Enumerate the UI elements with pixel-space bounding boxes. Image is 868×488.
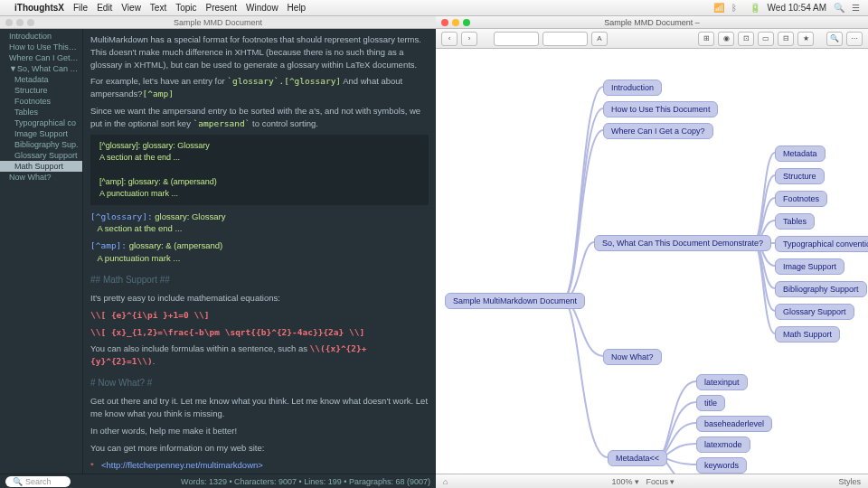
node[interactable]: latexinput <box>696 374 748 390</box>
para: You can also include formulas within a s… <box>90 343 429 368</box>
node[interactable]: Image Support <box>775 258 844 275</box>
para: You can get more information on my web s… <box>90 442 429 455</box>
code-block: [^glossary]: glossary: Glossary A sectio… <box>90 135 429 204</box>
toc-item[interactable]: Footnotes <box>0 96 82 107</box>
mindmap-canvas[interactable]: Sample MultiMarkdown Document Introducti… <box>436 49 868 474</box>
zoom-icon[interactable] <box>27 19 34 26</box>
tool-button[interactable]: ⊞ <box>698 32 714 46</box>
list-item: <http://fletcherpenney.net/multimarkdown… <box>90 459 429 472</box>
node[interactable]: How to Use This Document <box>603 101 718 117</box>
menu-text[interactable]: Text <box>150 3 166 13</box>
menu-file[interactable]: File <box>73 3 88 13</box>
heading-math: ## Math Support ## <box>90 274 429 287</box>
toc-item[interactable]: Introduction <box>0 31 82 42</box>
font-button[interactable]: A <box>591 32 608 46</box>
para: MultiMarkdown has a special format for f… <box>90 33 429 70</box>
toc-item[interactable]: Typographical co <box>0 117 82 128</box>
toc-item[interactable]: Image Support <box>0 128 82 139</box>
search-input[interactable]: 🔍Search <box>5 476 71 487</box>
toc-item[interactable]: Metadata <box>0 74 82 85</box>
node-root[interactable]: Sample MultiMarkdown Document <box>445 293 585 309</box>
toc-item[interactable]: ▼So, What Can This... <box>0 63 82 74</box>
node[interactable]: baseheaderlevel <box>696 416 772 432</box>
para: Get out there and try it. Let me know wh… <box>90 395 429 420</box>
editor-titlebar: Sample MMD Document <box>0 16 436 29</box>
toc-item[interactable]: How to Use This Do <box>0 42 82 52</box>
menu-view[interactable]: View <box>121 3 141 13</box>
menu-window[interactable]: Window <box>246 3 278 13</box>
para: In other words, help me make it better! <box>90 425 429 437</box>
node[interactable]: Metadata<< <box>608 450 667 466</box>
node[interactable]: Where Can I Get a Copy? <box>603 123 713 139</box>
notification-icon[interactable]: ☰ <box>852 3 863 14</box>
zoom-label[interactable]: 100% <box>611 477 632 486</box>
menu-help[interactable]: Help <box>288 3 307 13</box>
node[interactable]: Now What? <box>603 349 662 365</box>
macos-menubar: iThoughtsX File Edit View Text Topic Pre… <box>0 0 868 16</box>
node[interactable]: Structure <box>775 168 825 184</box>
editor-title: Sample MMD Document <box>174 18 262 27</box>
para: Since we want the ampersand entry to be … <box>90 105 429 130</box>
search-button[interactable]: 🔍 <box>826 32 843 46</box>
equation: \\[ {e}^{i\pi }+1=0 \\] <box>90 309 429 322</box>
node[interactable]: latexmode <box>696 436 750 453</box>
editor-content[interactable]: MultiMarkdown has a special format for f… <box>83 29 436 474</box>
battery-icon[interactable]: 🔋 <box>750 3 760 14</box>
tool-button[interactable]: ◉ <box>718 32 734 46</box>
mindmap-window: Sample MMD Document – ‹ › A ⊞ ◉ ⊡ ▭ ⊟ ★ … <box>436 16 868 488</box>
close-icon[interactable] <box>5 19 13 26</box>
minimize-icon[interactable] <box>16 19 24 26</box>
editor-window: Sample MMD Document IntroductionHow to U… <box>0 16 436 488</box>
bluetooth-icon[interactable]: ᛒ <box>731 3 742 14</box>
node[interactable]: title <box>696 395 725 411</box>
menu-topic[interactable]: Topic <box>175 3 196 13</box>
tool-button[interactable]: ★ <box>797 32 814 46</box>
app-name[interactable]: iThoughtsX <box>14 3 64 13</box>
tool-button[interactable]: ⊟ <box>778 32 794 46</box>
toc-item[interactable]: Bibliography Sup. <box>0 139 82 150</box>
mindmap-title: Sample MMD Document – <box>604 18 700 27</box>
editor-toc: IntroductionHow to Use This DoWhere Can … <box>0 29 83 474</box>
forward-button[interactable]: › <box>461 32 477 46</box>
para: [^glossary]: glossary: Glossary A sectio… <box>90 211 429 236</box>
zoom-icon[interactable] <box>463 19 470 26</box>
node[interactable]: Typographical conventions <box>775 236 868 252</box>
menubar-clock[interactable]: Wed 10:54 AM <box>768 3 826 13</box>
node[interactable]: Glossary Support <box>775 304 854 320</box>
back-button[interactable]: ‹ <box>441 32 458 46</box>
minimize-icon[interactable] <box>452 19 459 26</box>
mindmap-footer: ⌂ 100% ▾ Focus ▾ Styles <box>436 474 868 488</box>
para: It's pretty easy to include mathematical… <box>90 292 429 305</box>
menu-edit[interactable]: Edit <box>97 3 112 13</box>
toc-item[interactable]: Where Can I Get a... <box>0 52 82 63</box>
menu-present[interactable]: Present <box>206 3 237 13</box>
node[interactable]: So, What Can This Document Demonstrate? <box>594 235 771 251</box>
node[interactable]: Math Support <box>775 326 840 343</box>
breadcrumb-icon[interactable]: ⌂ <box>443 477 448 486</box>
node[interactable]: Footnotes <box>775 191 827 207</box>
toc-item[interactable]: Math Support <box>0 161 82 172</box>
node[interactable]: Introduction <box>603 80 662 96</box>
close-icon[interactable] <box>441 19 448 26</box>
node[interactable]: Tables <box>775 213 815 230</box>
mindmap-toolbar: ‹ › A ⊞ ◉ ⊡ ▭ ⊟ ★ 🔍 ⋯ <box>436 29 868 49</box>
heading-now: # Now What? # <box>90 377 429 390</box>
status-text: Words: 1329 • Characters: 9007 • Lines: … <box>181 477 430 486</box>
node[interactable]: Metadata <box>775 145 826 162</box>
wifi-icon[interactable]: 📶 <box>713 3 724 14</box>
spotlight-icon[interactable]: 🔍 <box>834 3 844 14</box>
toc-item[interactable]: Glossary Support <box>0 150 82 161</box>
inspector-button[interactable]: ⋯ <box>846 32 863 46</box>
toc-item[interactable]: Now What? <box>0 172 82 183</box>
para: [^amp]: glossary: & (ampersand) A punctu… <box>90 239 429 265</box>
tool-button[interactable]: ▭ <box>758 32 774 46</box>
toc-item[interactable]: Tables <box>0 107 82 117</box>
style-select[interactable] <box>494 32 539 46</box>
focus-label[interactable]: Focus <box>646 477 668 486</box>
shape-select[interactable] <box>542 32 588 46</box>
tool-button[interactable]: ⊡ <box>738 32 754 46</box>
node[interactable]: keywords <box>696 457 747 474</box>
toc-item[interactable]: Structure <box>0 85 82 96</box>
styles-label[interactable]: Styles <box>838 477 861 486</box>
node[interactable]: Bibliography Support <box>775 281 867 297</box>
